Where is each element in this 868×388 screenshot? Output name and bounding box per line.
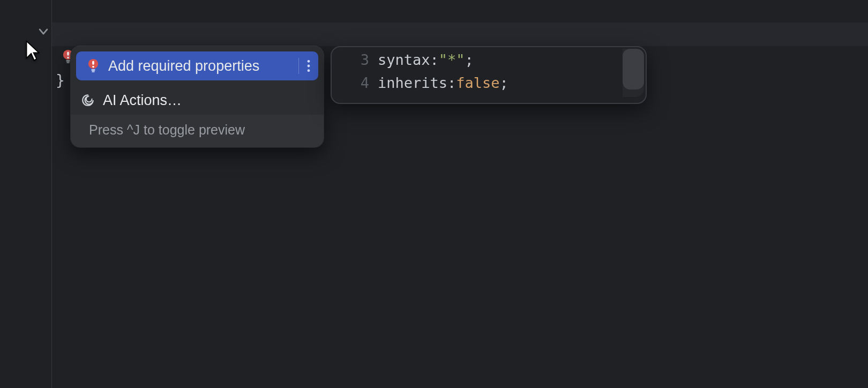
svg-rect-4 (66, 62, 70, 63)
separator (298, 58, 299, 74)
svg-point-7 (92, 66, 94, 68)
svg-rect-6 (92, 61, 94, 65)
property-name: syntax (378, 51, 430, 68)
colon: : (430, 51, 439, 68)
ai-actions-label: AI Actions… (103, 92, 182, 109)
svg-point-12 (308, 69, 310, 72)
close-brace: } (56, 72, 65, 89)
intention-popup: Add required properties AI Actions… Pres… (71, 46, 324, 147)
property-name: inherits (378, 74, 447, 91)
mouse-cursor-icon (25, 40, 41, 63)
svg-rect-9 (92, 71, 95, 72)
svg-point-10 (308, 60, 310, 63)
property-value: false (456, 74, 499, 91)
ai-actions-item[interactable]: AI Actions… (71, 86, 324, 115)
ai-spiral-icon (80, 93, 95, 107)
line-number: 4 (332, 74, 378, 91)
svg-point-11 (308, 65, 310, 68)
preview-scrollbar-thumb[interactable] (623, 49, 644, 89)
preview-panel: 3 syntax : "*" ; 4 inherits : false ; (331, 46, 647, 104)
more-options-button[interactable] (291, 58, 311, 74)
semicolon: ; (465, 51, 474, 68)
preview-line: 3 syntax : "*" ; (332, 51, 646, 74)
svg-rect-3 (66, 60, 70, 62)
semicolon: ; (500, 74, 508, 91)
preview-line: 4 inherits : false ; (332, 74, 646, 98)
colon: : (447, 74, 456, 91)
error-bulb-icon (86, 58, 101, 73)
fold-toggle[interactable] (38, 26, 49, 40)
svg-rect-1 (67, 52, 69, 56)
quickfix-add-required-properties[interactable]: Add required properties (76, 51, 318, 80)
svg-point-2 (67, 57, 69, 59)
line-number: 3 (332, 51, 378, 68)
property-value: "*" (439, 51, 465, 68)
quickfix-label: Add required properties (108, 58, 259, 74)
svg-rect-8 (91, 69, 95, 71)
popup-hint: Press ^J to toggle preview (71, 115, 324, 147)
